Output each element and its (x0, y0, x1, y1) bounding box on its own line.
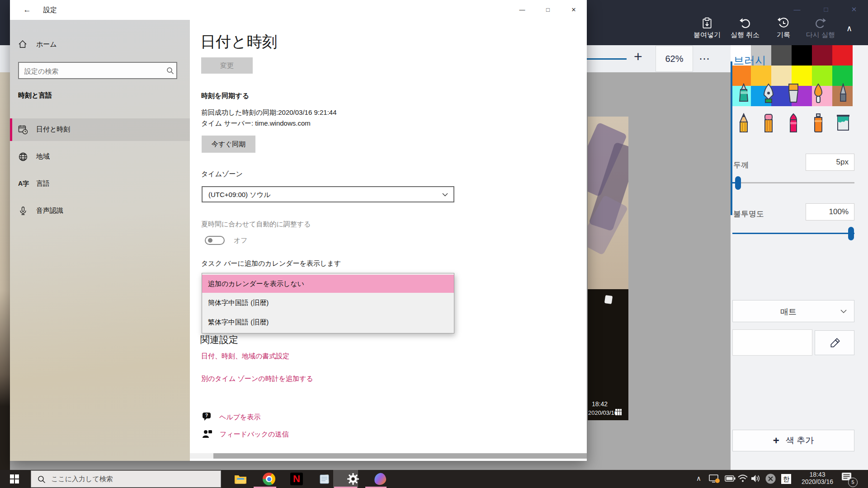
palette-swatch[interactable] (812, 45, 832, 66)
chevron-down-icon (442, 193, 448, 197)
start-button[interactable] (10, 474, 19, 483)
clock[interactable]: 18:43 2020/03/16 (797, 471, 838, 485)
add-color-button[interactable]: + 색 추가 (732, 430, 854, 451)
sync-now-button[interactable]: 今すぐ同期 (202, 136, 255, 153)
palette-swatch[interactable] (792, 45, 812, 66)
opacity-slider-track[interactable] (732, 233, 854, 234)
netflix-icon[interactable]: N (290, 473, 303, 485)
zoom-more-button[interactable]: ⋯ (699, 52, 711, 65)
settings-titlebar: ← 設定 — □ ✕ (10, 0, 587, 20)
battery-icon[interactable] (725, 475, 736, 482)
speaker-icon[interactable] (751, 474, 762, 483)
thickness-input[interactable]: 5px (806, 154, 854, 171)
show-help-link[interactable]: ヘルプを表示 (219, 413, 260, 422)
zoom-level-box[interactable]: 62% (656, 46, 693, 72)
eyedropper-button[interactable] (815, 330, 854, 355)
brush-crayon-icon[interactable] (783, 113, 803, 134)
photo-timestamp-date: 2020/03/16 (588, 409, 618, 416)
current-color-swatch[interactable] (732, 329, 812, 356)
maximize-button[interactable]: □ (538, 0, 558, 20)
clipboard-paste-icon (701, 17, 713, 29)
sidebar-item-language[interactable]: A字 言語 (10, 173, 190, 195)
file-explorer-icon[interactable] (234, 472, 247, 486)
sidebar-item-label: 地域 (36, 152, 50, 161)
taskbar-search-box[interactable]: ここに入力して検索 (31, 470, 221, 488)
brush-oil-brush-icon[interactable] (808, 83, 828, 104)
scrollbar-thumb[interactable] (213, 453, 587, 459)
sidebar-item-label: 日付と時刻 (36, 125, 70, 134)
calendar-dropdown-label: タスク バーに追加のカレンダーを表示します (201, 259, 341, 268)
settings-search-box[interactable] (18, 62, 177, 79)
svg-text:?: ? (205, 413, 208, 418)
brushes-panel-title: 브러시 (733, 53, 766, 68)
dst-label: 夏時間に合わせて自動的に調整する (201, 220, 311, 229)
settings-window: ← 設定 — □ ✕ ホーム 時刻と言語 (10, 0, 587, 461)
undo-button[interactable]: 실행 취소 (727, 17, 763, 39)
palette-swatch[interactable] (771, 45, 792, 66)
sidebar-item-region[interactable]: 地域 (10, 145, 190, 168)
brush-marker-icon[interactable] (734, 83, 754, 104)
sidebar-item-home[interactable]: ホーム (18, 39, 181, 54)
brush-flat-brush-icon[interactable] (783, 83, 803, 104)
sidebar-item-label: 言語 (36, 179, 50, 188)
brush-pencil-icon[interactable] (734, 113, 754, 134)
page-title: 日付と時刻 (200, 32, 278, 52)
globe-icon (18, 152, 28, 162)
send-feedback-link[interactable]: フィードバックの送信 (220, 430, 288, 439)
thickness-slider-thumb[interactable] (735, 176, 741, 190)
sidebar-item-speech[interactable]: 音声認識 (10, 200, 190, 222)
close-button[interactable]: ✕ (563, 0, 584, 20)
horizontal-scrollbar[interactable] (190, 453, 587, 459)
paste-button[interactable]: 붙여넣기 (691, 17, 723, 39)
brush-fill-icon[interactable] (833, 113, 853, 134)
timezone-select[interactable]: (UTC+09:00) ソウル (202, 186, 454, 202)
change-button[interactable]: 変更 (201, 57, 253, 74)
date-format-link[interactable]: 日付、時刻、地域の書式設定 (201, 352, 289, 361)
panel-scrollbar[interactable] (731, 61, 732, 215)
ime-indicator[interactable]: 한 (781, 474, 791, 484)
feedback-icon (202, 428, 212, 439)
settings-gear-icon[interactable] (346, 472, 360, 486)
material-dropdown[interactable]: 매트 (732, 300, 854, 322)
brush-eraser-icon[interactable] (759, 113, 778, 134)
zoom-in-button[interactable]: + (634, 48, 642, 65)
timezone-label: タイムゾーン (201, 170, 243, 178)
sidebar-item-date-time[interactable]: 日付と時刻 (10, 118, 190, 141)
brush-spray-can-icon[interactable] (808, 113, 828, 134)
dropdown-option[interactable]: 繁体字中国語 (旧暦) (202, 312, 454, 332)
notepad-icon[interactable] (318, 472, 331, 486)
chevron-down-icon (840, 310, 847, 314)
thickness-slider-track[interactable] (732, 182, 854, 183)
dropdown-option-selected[interactable]: 追加のカレンダーを表示しない (202, 275, 454, 293)
opacity-slider-thumb[interactable] (848, 227, 854, 240)
disconnect-status-icon[interactable] (765, 474, 776, 484)
notification-badge[interactable]: 5 (848, 478, 858, 487)
paint3d-maximize-button[interactable]: □ (816, 2, 836, 17)
ribbon-collapse-chevron[interactable]: ∧ (846, 23, 852, 33)
opacity-input[interactable]: 100% (806, 203, 854, 221)
settings-search-input[interactable] (24, 64, 161, 78)
sync-section-title: 時刻を同期する (201, 92, 249, 100)
dropdown-option[interactable]: 簡体字中国語 (旧暦) (202, 293, 454, 312)
tray-time: 18:43 (797, 471, 838, 478)
brush-calligraphy-pen-icon[interactable] (759, 83, 778, 104)
brush-pixel-pen-icon[interactable] (833, 83, 853, 104)
history-button[interactable]: 기록 (770, 17, 797, 39)
wifi-icon[interactable] (738, 474, 748, 483)
date-time-icon (18, 125, 28, 135)
add-clocks-link[interactable]: 別のタイム ゾーンの時計を追加する (201, 375, 313, 383)
chrome-icon[interactable] (263, 473, 275, 485)
paint3d-minimize-button[interactable]: — (787, 2, 807, 17)
dst-state-label: オフ (234, 236, 248, 245)
back-button[interactable]: ← (18, 0, 36, 20)
palette-swatch[interactable] (832, 45, 853, 66)
display-cast-icon[interactable] (709, 474, 721, 484)
help-bubble-icon: ? (202, 411, 212, 422)
redo-button[interactable]: 다시 실행 (802, 17, 839, 39)
dst-toggle[interactable] (205, 236, 225, 245)
paint3d-taskbar-icon[interactable] (373, 472, 387, 485)
paint3d-close-button[interactable]: ✕ (844, 2, 864, 17)
tray-expand-chevron[interactable]: ∧ (696, 474, 701, 483)
add-color-label: 색 추가 (786, 436, 814, 445)
minimize-button[interactable]: — (512, 0, 533, 20)
